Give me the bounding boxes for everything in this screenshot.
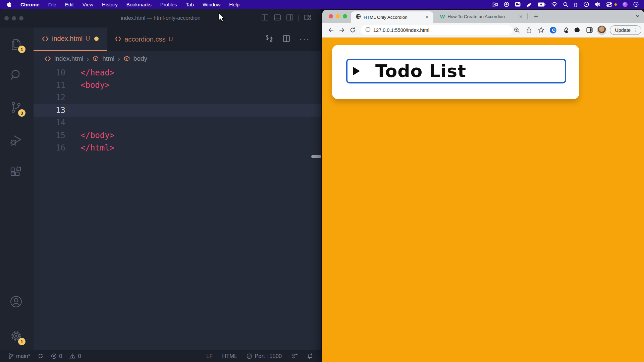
zoom-page-icon[interactable] [513, 27, 521, 33]
source-control-icon[interactable]: 3 [9, 101, 24, 115]
toggle-secondary-sidebar-icon[interactable] [286, 14, 293, 22]
minimize-window-button[interactable] [336, 14, 340, 18]
settings-badge: 1 [18, 338, 25, 345]
forward-button[interactable] [336, 27, 347, 34]
chrome-tab-inactive[interactable]: W How To Create an Accordion × [433, 10, 527, 23]
menu-chrome[interactable]: Chrome [20, 2, 40, 7]
menu-edit[interactable]: Edit [65, 2, 74, 7]
share-icon[interactable] [525, 27, 533, 34]
line-number: 12 [34, 93, 65, 102]
notifications-bell-icon[interactable] [307, 353, 313, 359]
facetime-camera-icon[interactable] [515, 2, 521, 7]
siri-icon[interactable] [623, 2, 628, 7]
reload-button[interactable] [347, 27, 358, 33]
back-button[interactable] [326, 27, 336, 34]
address-bar[interactable]: 127.0.0.1:5500/index.html [361, 25, 513, 35]
problems-warnings[interactable]: 0 [69, 353, 81, 359]
braces-menu-icon[interactable]: {} [574, 2, 578, 7]
search-sidebar-icon[interactable] [9, 68, 24, 83]
toggle-primary-sidebar-icon[interactable] [261, 14, 269, 22]
code-text: </body> [80, 131, 114, 140]
extensions-puzzle-icon[interactable] [573, 27, 582, 34]
code-line-current[interactable]: 13 [34, 104, 321, 116]
menu-tab[interactable]: Tab [186, 2, 194, 7]
menu-help[interactable]: Help [229, 2, 239, 7]
problems-errors[interactable]: 0 [51, 353, 62, 359]
update-button[interactable]: Update ⋮ [610, 25, 641, 35]
line-number: 10 [34, 68, 65, 77]
code-line[interactable]: 14 [34, 117, 321, 129]
menu-file[interactable]: File [48, 2, 56, 7]
site-info-icon[interactable] [365, 27, 371, 34]
url-text[interactable]: 127.0.0.1:5500/index.html [373, 27, 429, 33]
close-window-button[interactable] [329, 14, 333, 18]
code-line[interactable]: 12 [34, 92, 321, 104]
extensions-icon[interactable] [9, 166, 24, 181]
tab-index-html[interactable]: index.html U [34, 27, 107, 51]
accordion-summary[interactable]: Todo List [346, 59, 566, 83]
sync-changes-button[interactable] [38, 353, 44, 359]
apple-logo-icon[interactable] [7, 1, 12, 7]
unsaved-dot-icon[interactable] [94, 37, 99, 41]
error-count: 0 [59, 353, 62, 359]
code-line[interactable]: 10 </head> [34, 66, 321, 79]
code-line[interactable]: 16 </html> [34, 141, 321, 154]
accounts-icon[interactable] [9, 295, 24, 310]
git-branch-indicator[interactable]: main* [8, 353, 30, 359]
record-target-icon[interactable] [504, 2, 509, 7]
vscode-title-bar[interactable]: index.html — html-only-accordion [0, 9, 321, 27]
eol-indicator[interactable]: LF [206, 353, 213, 359]
side-panel-icon[interactable] [585, 27, 594, 33]
explorer-icon[interactable]: 1 [9, 37, 24, 52]
chrome-menu-dots-icon[interactable]: ⋮ [633, 28, 638, 32]
rocket-icon[interactable] [526, 2, 532, 7]
split-editor-icon[interactable] [282, 35, 290, 44]
git-status-letter: U [86, 35, 90, 42]
code-line[interactable]: 11 <body> [34, 79, 321, 91]
chrome-tab-active[interactable]: HTML Only Accordion × [351, 11, 433, 23]
volume-icon[interactable] [595, 2, 601, 7]
battery-icon[interactable] [538, 2, 546, 7]
breadcrumb-file[interactable]: index.html [54, 55, 84, 62]
menu-history[interactable]: History [102, 2, 118, 7]
tab-close-icon[interactable]: × [518, 14, 524, 19]
orange-status-dot [614, 3, 617, 6]
screen-record-icon[interactable] [492, 2, 498, 7]
tab-close-icon[interactable]: × [424, 14, 430, 20]
play-circle-icon[interactable] [584, 2, 589, 7]
run-debug-icon[interactable] [9, 133, 24, 148]
code-editor[interactable]: 10 </head> 11 <body> 12 13 14 15 </body>… [34, 66, 321, 350]
menu-bookmarks[interactable]: Bookmarks [126, 2, 152, 7]
feedback-icon[interactable] [291, 353, 298, 359]
customize-layout-icon[interactable] [304, 14, 311, 22]
zoom-window-button[interactable] [343, 14, 347, 18]
toggle-panel-icon[interactable] [274, 14, 281, 22]
vscode-status-bar: main* 0 0 LF HTML Port : 5500 [0, 350, 321, 362]
editor-actions: ··· [265, 27, 321, 51]
menu-view[interactable]: View [83, 2, 93, 7]
profile-avatar[interactable] [597, 25, 606, 35]
clock-icon[interactable] [633, 2, 639, 7]
details-marker-icon [353, 67, 360, 75]
chrome-traffic-lights[interactable] [329, 14, 347, 18]
control-center-icon[interactable] [606, 2, 612, 7]
colorpicker-extension-icon[interactable] [561, 27, 570, 34]
bookmark-star-icon[interactable] [537, 27, 545, 33]
onepassword-extension-icon[interactable] [549, 27, 557, 34]
menu-window[interactable]: Window [203, 2, 220, 7]
tab-accordion-css[interactable]: accordion.css U [107, 27, 181, 51]
window-resize-handle[interactable] [311, 155, 321, 158]
menu-profiles[interactable]: Profiles [160, 2, 177, 7]
tab-search-chevron-icon[interactable] [635, 14, 640, 20]
settings-gear-icon[interactable]: 1 [9, 329, 24, 344]
live-server-port[interactable]: Port : 5500 [247, 353, 282, 359]
breadcrumb-body[interactable]: body [133, 55, 147, 62]
wifi-icon[interactable] [551, 2, 557, 7]
search-icon[interactable] [563, 2, 568, 7]
open-changes-icon[interactable] [265, 34, 274, 44]
code-line[interactable]: 15 </body> [34, 129, 321, 141]
accordion-title: Todo List [375, 61, 466, 81]
language-mode[interactable]: HTML [222, 353, 237, 359]
new-tab-button[interactable]: + [531, 11, 541, 21]
breadcrumb-html[interactable]: html [102, 55, 114, 62]
